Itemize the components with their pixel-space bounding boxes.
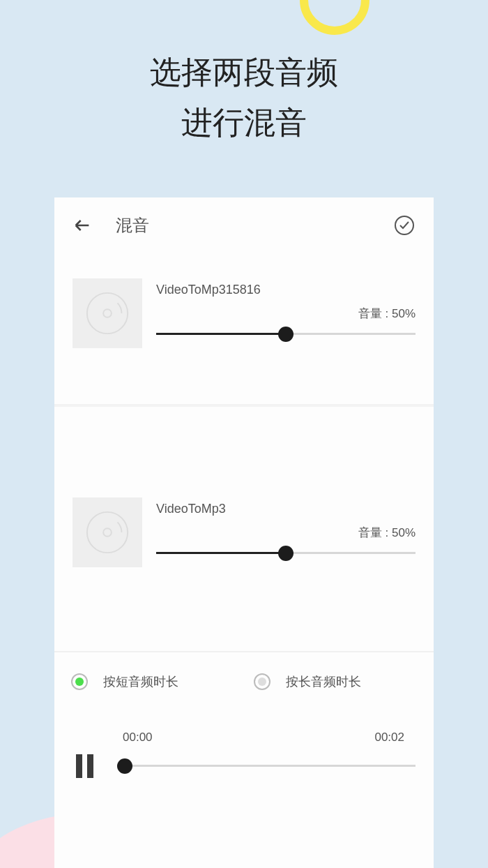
radio-icon <box>71 673 88 690</box>
slider-fill <box>156 552 286 554</box>
progress-thumb[interactable] <box>117 758 132 774</box>
volume-label: 音量 : 50% <box>156 525 415 541</box>
playback-panel: 00:00 00:02 <box>54 703 434 778</box>
promo-line-2: 进行混音 <box>0 98 488 148</box>
radio-long-duration[interactable]: 按长音频时长 <box>244 673 427 690</box>
radio-short-duration[interactable]: 按短音频时长 <box>61 673 244 690</box>
radio-label: 按长音频时长 <box>286 673 361 690</box>
track-name: VideoToMp315816 <box>156 283 415 297</box>
svg-point-2 <box>103 309 112 317</box>
volume-slider[interactable] <box>156 326 415 343</box>
svg-point-0 <box>395 216 413 234</box>
volume-label: 音量 : 50% <box>156 306 415 322</box>
back-icon[interactable] <box>73 216 92 235</box>
promo-heading: 选择两段音频 进行混音 <box>0 47 488 148</box>
app-screen: 混音 VideoToMp315816 音量 : 50% <box>54 197 434 868</box>
audio-track-1: VideoToMp315816 音量 : 50% <box>54 253 434 404</box>
svg-point-4 <box>103 528 112 537</box>
album-thumbnail[interactable] <box>73 497 142 567</box>
confirm-icon[interactable] <box>393 214 415 237</box>
slider-thumb[interactable] <box>278 327 293 342</box>
current-time: 00:00 <box>123 731 153 744</box>
pause-icon <box>76 754 82 778</box>
volume-slider[interactable] <box>156 545 415 562</box>
radio-dot <box>258 678 266 686</box>
svg-point-1 <box>87 293 128 334</box>
disc-icon <box>84 290 131 337</box>
disc-icon <box>84 509 131 556</box>
slider-fill <box>156 333 286 335</box>
promo-line-1: 选择两段音频 <box>0 47 488 98</box>
progress-slider[interactable] <box>117 758 415 775</box>
track-info: VideoToMp3 音量 : 50% <box>156 497 415 567</box>
pause-button[interactable] <box>73 754 96 778</box>
time-row: 00:00 00:02 <box>73 731 415 744</box>
album-thumbnail[interactable] <box>73 278 142 348</box>
slider-thumb[interactable] <box>278 546 293 561</box>
radio-dot <box>75 678 84 686</box>
decorative-yellow-ring <box>300 0 369 35</box>
page-title: 混音 <box>116 214 393 237</box>
pause-icon <box>87 754 93 778</box>
svg-point-3 <box>87 512 128 553</box>
radio-icon <box>254 673 270 690</box>
progress-track <box>117 765 415 767</box>
track-name: VideoToMp3 <box>156 502 415 516</box>
audio-track-2: VideoToMp3 音量 : 50% <box>54 407 434 623</box>
duration-mode-row: 按短音频时长 按长音频时长 <box>54 651 434 703</box>
total-time: 00:02 <box>374 731 404 744</box>
track-info: VideoToMp315816 音量 : 50% <box>156 278 415 348</box>
radio-label: 按短音频时长 <box>103 673 178 690</box>
playback-controls <box>73 754 415 778</box>
top-bar: 混音 <box>54 197 434 253</box>
